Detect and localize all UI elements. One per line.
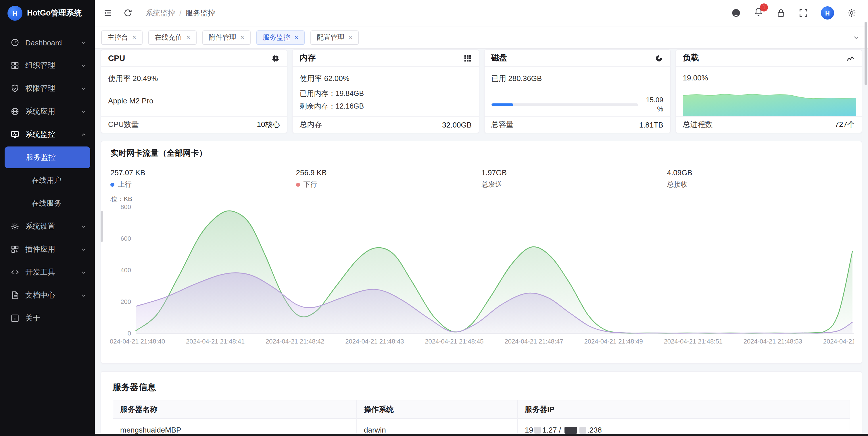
refresh-icon[interactable] xyxy=(123,8,133,18)
gear-icon xyxy=(10,222,20,231)
redacted-segment xyxy=(534,427,541,433)
sidebar-menu: Dashboard 组织管理 权限管理 系统应用 系统监控 xyxy=(0,26,95,330)
column-os: 操作系统 xyxy=(357,400,518,418)
sidebar-item-plugins[interactable]: 插件应用 xyxy=(0,238,95,261)
lock-icon[interactable] xyxy=(776,8,786,18)
svg-text:2024-04-21 21:48:51: 2024-04-21 21:48:51 xyxy=(664,338,722,345)
tab-list-chevron-icon[interactable] xyxy=(852,34,860,41)
tabbar: 主控台 × 在线充值 × 附件管理 × 服务监控 × 配置管理 × xyxy=(95,26,868,49)
svg-text:2024-04-21 21:48:49: 2024-04-21 21:48:49 xyxy=(584,338,643,345)
sidebar-item-system-app[interactable]: 系统应用 xyxy=(0,100,95,123)
tab-console[interactable]: 主控台 × xyxy=(101,30,143,44)
footer-value: 727个 xyxy=(835,120,855,130)
sidebar-item-permission[interactable]: 权限管理 xyxy=(0,77,95,100)
tab-label: 服务监控 xyxy=(263,32,290,42)
plugin-icon xyxy=(10,245,20,254)
cpu-card: CPU 使用率 20.49% Apple M2 Pro CPU数量 10核心 xyxy=(101,49,288,133)
settings-gear-icon[interactable] xyxy=(847,8,857,18)
close-icon[interactable]: × xyxy=(132,34,136,41)
footer-value: 1.81TB xyxy=(639,120,663,129)
app-window: H HotGo管理系统 Dashboard 组织管理 权限管理 系统应用 xyxy=(0,0,868,436)
memory-card: 内存 使用率 62.00% 已用内存：19.84GB 剩余内存：12.16GB … xyxy=(292,49,479,133)
chevron-down-icon xyxy=(81,269,87,275)
sidebar-item-org[interactable]: 组织管理 xyxy=(0,54,95,77)
sidebar-item-system-monitor[interactable]: 系统监控 xyxy=(0,123,95,146)
chevron-down-icon xyxy=(81,39,87,46)
notifications-button[interactable]: 1 xyxy=(754,7,764,19)
cpu-model: Apple M2 Pro xyxy=(108,97,280,105)
sidebar-item-label: 系统监控 xyxy=(25,129,81,140)
sidebar: H HotGo管理系统 Dashboard 组织管理 权限管理 系统应用 xyxy=(0,0,95,436)
monitor-icon xyxy=(10,130,20,139)
document-icon xyxy=(10,291,20,300)
topbar: 系统监控 / 服务监控 1 H xyxy=(95,0,868,26)
page-scrollbar-thumb[interactable] xyxy=(865,22,867,85)
network-traffic-chart: 0200400600800单位：KB2024-04-21 21:48:40202… xyxy=(101,190,862,350)
load-card: 负载 19.00% 总进程数 727个 xyxy=(676,49,863,133)
server-info-card: 服务器信息 服务器名称 操作系统 服务器IP xyxy=(101,371,862,436)
code-icon xyxy=(10,268,20,277)
topbar-actions: 1 H xyxy=(731,6,857,20)
memory-usage: 使用率 62.00% xyxy=(300,73,472,84)
stat-value-received: 4.09GB xyxy=(667,168,853,177)
sidebar-item-system-settings[interactable]: 系统设置 xyxy=(0,215,95,238)
svg-text:2024-04-21 21:48:47: 2024-04-21 21:48:47 xyxy=(504,338,563,345)
close-icon[interactable]: × xyxy=(186,34,190,41)
sidebar-subitem-online-services[interactable]: 在线服务 xyxy=(0,192,95,215)
close-icon[interactable]: × xyxy=(240,34,244,41)
disk-progress-fill xyxy=(491,103,513,106)
breadcrumb-current: 服务监控 xyxy=(185,8,215,18)
table-header-row: 服务器名称 操作系统 服务器IP xyxy=(113,400,850,418)
svg-text:2024-04-21 21:48:45: 2024-04-21 21:48:45 xyxy=(425,338,484,345)
sidebar-subitem-service-monitor[interactable]: 服务监控 xyxy=(5,146,90,168)
sidebar-item-devtools[interactable]: 开发工具 xyxy=(0,261,95,284)
sidebar-subitem-online-users[interactable]: 在线用户 xyxy=(0,169,95,192)
cell-server-name: mengshuaideMBP xyxy=(113,418,357,436)
sidebar-subitem-label: 在线服务 xyxy=(32,198,62,208)
column-server-ip: 服务器IP xyxy=(518,400,850,418)
tab-label: 附件管理 xyxy=(209,32,236,42)
scrollbar-thumb[interactable] xyxy=(101,211,103,242)
sidebar-item-about[interactable]: 关于 xyxy=(0,307,95,330)
avatar[interactable]: H xyxy=(821,6,834,20)
sidebar-subitem-label: 服务监控 xyxy=(26,152,56,163)
tab-online-recharge[interactable]: 在线充值 × xyxy=(148,30,196,44)
breadcrumb-root[interactable]: 系统监控 xyxy=(146,8,175,18)
stat-value-sent: 1.97GB xyxy=(482,168,667,177)
disk-progress-bar xyxy=(491,103,638,106)
footer-label: 总容量 xyxy=(491,120,514,130)
shield-icon xyxy=(10,84,20,93)
org-grid-icon xyxy=(10,61,20,70)
footer-label: 总内存 xyxy=(300,120,322,130)
close-icon[interactable]: × xyxy=(294,34,298,41)
chevron-down-icon xyxy=(81,223,87,230)
stat-dot-1 xyxy=(296,183,300,187)
cpu-icon xyxy=(272,54,280,62)
tab-label: 主控台 xyxy=(107,32,128,42)
disk-card: 磁盘 已用 280.36GB 15.09 % 总容量 xyxy=(484,49,671,133)
chevron-down-icon xyxy=(81,292,87,298)
footer-label: CPU数量 xyxy=(108,120,139,130)
sidebar-item-label: Dashboard xyxy=(25,38,81,47)
tab-service-monitor[interactable]: 服务监控 × xyxy=(256,30,305,44)
sidebar-item-dashboard[interactable]: Dashboard xyxy=(0,31,95,54)
tab-config[interactable]: 配置管理 × xyxy=(310,30,359,44)
redacted-segment xyxy=(579,427,586,433)
memory-free: 剩余内存：12.16GB xyxy=(300,102,472,111)
svg-text:800: 800 xyxy=(120,203,131,210)
redacted-segment xyxy=(564,427,577,433)
close-icon[interactable]: × xyxy=(348,34,352,41)
github-icon[interactable] xyxy=(731,8,741,18)
fullscreen-icon[interactable] xyxy=(799,8,808,18)
sidebar-item-label: 开发工具 xyxy=(25,267,81,277)
stat-label: 上行 xyxy=(118,180,132,190)
app-logo[interactable]: H HotGo管理系统 xyxy=(0,0,95,26)
tab-attachments[interactable]: 附件管理 × xyxy=(202,30,251,44)
cell-server-ip: 191.27 / .238 xyxy=(518,418,850,436)
sidebar-item-label: 系统设置 xyxy=(25,221,81,232)
load-sparkline-chart xyxy=(683,86,856,116)
chevron-down-icon xyxy=(81,62,87,69)
sidebar-item-docs[interactable]: 文档中心 xyxy=(0,284,95,307)
globe-icon xyxy=(10,107,20,116)
sidebar-collapse-icon[interactable] xyxy=(103,8,113,18)
